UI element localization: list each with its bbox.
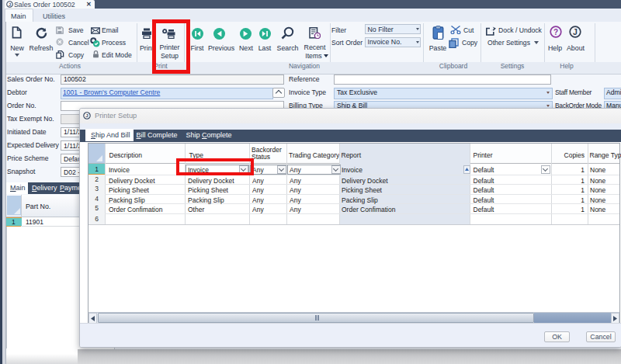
svg-text:J: J	[573, 27, 578, 36]
svg-text:J: J	[8, 2, 10, 7]
svg-text:J: J	[85, 113, 88, 118]
svg-text:?: ?	[553, 28, 558, 36]
